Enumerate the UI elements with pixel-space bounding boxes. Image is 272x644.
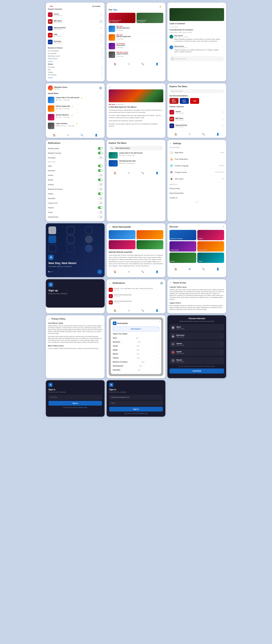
topic-electronic[interactable]: Electronic (99) ∨	[113, 340, 159, 344]
nav-profile-disc[interactable]: 👤	[216, 268, 219, 270]
setting-privacy[interactable]: Privacy Policy ›	[170, 186, 224, 191]
nav-search-e2[interactable]: 🔍	[141, 172, 144, 174]
setting-push-notifs[interactable]: 🔔 Push Notifications ›	[170, 156, 224, 162]
setting-contact[interactable]: Contact us ›	[170, 196, 224, 200]
topic-health[interactable]: Health (41) ∨	[113, 348, 159, 352]
channel-bbc[interactable]: BBC BBC News 132k Followers ✓	[48, 18, 102, 25]
interest-health[interactable]: ❤️ Health 400k+ News ⋮	[170, 349, 224, 356]
notif-toggle-sport[interactable]	[98, 164, 102, 167]
nav-discover-disc[interactable]: ⊞	[189, 268, 190, 270]
back-btn-about[interactable]: ←	[109, 226, 111, 228]
notif-toggle-weather[interactable]	[98, 152, 102, 154]
featured-item-2[interactable]: Is Red Meat BackOn The Menu?	[136, 13, 163, 23]
topic-movies[interactable]: Movies (69) ∨	[113, 352, 159, 356]
notif-toggle-science[interactable]	[98, 183, 102, 186]
nav-profile-ab[interactable]: 👤	[156, 270, 158, 273]
notif-toggle-electronic[interactable]	[98, 169, 102, 172]
exp-nltr-add[interactable]: +	[221, 124, 224, 127]
channel-euronews[interactable]: EURO Euronews 12M Followers +	[48, 39, 102, 46]
setting-night-mode[interactable]: 🌙 Night Mode Active	[170, 149, 224, 156]
see-all-games[interactable]: See All →	[48, 77, 102, 78]
game-link-ign[interactable]: IGN ✓	[48, 68, 102, 71]
signin-name-field-1[interactable]: Full Name	[48, 395, 102, 400]
nav-home-notif[interactable]: 🏠	[114, 309, 116, 312]
game-link-guardian[interactable]: The Guardian +	[48, 74, 102, 76]
notification-icon[interactable]: 🔔	[160, 6, 161, 7]
game-link-pcmag[interactable]: PCMag +	[48, 71, 102, 74]
news-item-3[interactable]: The Guardian Diam Ipsum 4 hours ago	[109, 42, 163, 50]
channel-nltr[interactable]: NLT NewsLabTurkey 130k Followers +	[48, 25, 102, 32]
cat-food[interactable]: Food & Drinks	[197, 241, 224, 252]
nltr-add-btn[interactable]: +	[100, 27, 102, 30]
saved-item-3[interactable]: Quisque Maximus BBC News · 4 hours ago ★	[48, 113, 102, 122]
nav-discover-notif[interactable]: ⊞	[128, 309, 130, 312]
register-link-1[interactable]: Register Now	[78, 406, 87, 408]
setting-language[interactable]: 🌐 Change Language English	[170, 162, 224, 169]
bookmark-icon-article[interactable]: ☆	[162, 86, 163, 88]
featured-item-1[interactable]: G20 Leaders Summit,Oct. 16, Maximus	[109, 13, 136, 23]
cat-culture[interactable]: Culture & Art	[170, 241, 196, 252]
nav-search-2[interactable]: 🔍	[80, 134, 83, 136]
nav-home-e[interactable]: 🏠	[174, 133, 177, 136]
news-item-4[interactable]: Wall Street Journal Ligula Faucibus 4 ho…	[109, 50, 163, 59]
continue-btn[interactable]: CONTINUE	[170, 368, 224, 374]
notif-panel-item-journo[interactable]: J Shared Posted Breaking News! 12 min ag…	[109, 293, 163, 299]
nav-home[interactable]: 🏠	[114, 62, 116, 66]
setting-grid-layout[interactable]: ▦ Grid Layout List	[170, 176, 224, 182]
nav-search-e[interactable]: 🔍	[202, 133, 205, 136]
exp-channel-bbc[interactable]: BBC BBC News 132k Followers +	[170, 116, 224, 122]
exp-journo-add[interactable]: +	[221, 111, 224, 114]
exp-bbc-add[interactable]: +	[221, 118, 224, 120]
nav-profile[interactable]: 👤	[156, 62, 158, 66]
discover-filter-icon[interactable]: ≡	[223, 226, 224, 228]
search-pill[interactable]: 🔍 G20 Leaders Summit ×	[109, 146, 163, 150]
interest-movies-more[interactable]: ⋮	[220, 359, 222, 362]
nav-home-2[interactable]: 🏠	[53, 134, 56, 136]
topic-entertainment[interactable]: Entertainment (62) ∨	[113, 364, 159, 368]
signin-email-field-2[interactable]: metehansavas@gmail.com	[109, 395, 163, 400]
nav-home-disc[interactable]: 🏠	[174, 268, 177, 270]
topic-sport[interactable]: Sport (87) ∨	[113, 336, 159, 340]
nav-search[interactable]: 🔍	[141, 62, 144, 66]
notif-toggle-biz-finance[interactable]	[98, 188, 102, 190]
settings-btn[interactable]: ⚙️	[99, 86, 102, 90]
see-all-biz[interactable]: See All →	[48, 61, 102, 62]
signin-btn-1[interactable]: Sign In	[48, 401, 102, 406]
biz-link-yahoo[interactable]: Yahoo Finance +	[48, 57, 102, 60]
logo-bbc[interactable]: BBCNews	[170, 98, 178, 104]
interest-health-more[interactable]: ⋮	[220, 351, 222, 354]
cat-business[interactable]: Business & Finance	[170, 230, 196, 240]
star-icon-4[interactable]: ★	[76, 122, 78, 129]
exp-channel-nltr[interactable]: NLT NewsLabTurkey 130k Followers +	[170, 122, 224, 129]
comment-menu-icon-1[interactable]: ⋮	[222, 35, 224, 42]
star-icon-2[interactable]: ★	[71, 105, 73, 112]
logo-cnn[interactable]: CNN	[190, 98, 199, 104]
back-btn-notif[interactable]: ←	[109, 282, 111, 285]
notif-toggle-travel[interactable]	[98, 211, 102, 214]
nav-search-notif[interactable]: 🔍	[141, 309, 144, 312]
interest-movies[interactable]: 🎬 Movies 180k+ News ⋮	[170, 357, 224, 364]
notif-toggle-fashion[interactable]	[98, 206, 102, 209]
notif-toggle-culture[interactable]	[98, 202, 102, 204]
journo-add-btn[interactable]: +	[100, 13, 102, 16]
interest-sport[interactable]: ⚽ Sport 150k+ News ⋮	[170, 324, 224, 331]
notif-toggle-exchange[interactable]	[98, 156, 102, 159]
nav-discover-e[interactable]: ⊞	[189, 133, 190, 136]
story-item-2[interactable]: G20 Meeting Was Held BBC News • 4 minute…	[109, 160, 163, 166]
topic-fashion[interactable]: Fashion (132) ∨	[113, 356, 159, 360]
profile-sub[interactable]: Sign Up	[54, 88, 67, 90]
nav-profile-e[interactable]: 👤	[216, 133, 219, 136]
comment-input-area[interactable]: Write a Comment...	[170, 56, 224, 61]
share-icon-article[interactable]: ↑	[159, 86, 160, 88]
nav-home-e2[interactable]: 🏠	[114, 172, 116, 174]
euro-add-btn[interactable]: +	[100, 40, 102, 44]
interest-games[interactable]: 🎮 Games 120k+ News ⋮	[170, 340, 224, 348]
add-channel-btn[interactable]: Add Channel +	[113, 327, 159, 331]
back-icon-article[interactable]: ←	[109, 86, 111, 88]
interest-electronic[interactable]: 💻 Electronic 200k+ News ⋮	[170, 332, 224, 340]
back-btn-terms[interactable]: ←	[170, 281, 172, 284]
saved-item-2[interactable]: Efficitur Nullam Elit BBC News · 4 hours…	[48, 104, 102, 113]
exp-channel-journo[interactable]: J Journo 23.1k Followers +	[170, 109, 224, 116]
signin-btn-2[interactable]: Sign In	[109, 407, 163, 412]
bbc-add-btn[interactable]: ✓	[100, 20, 102, 23]
